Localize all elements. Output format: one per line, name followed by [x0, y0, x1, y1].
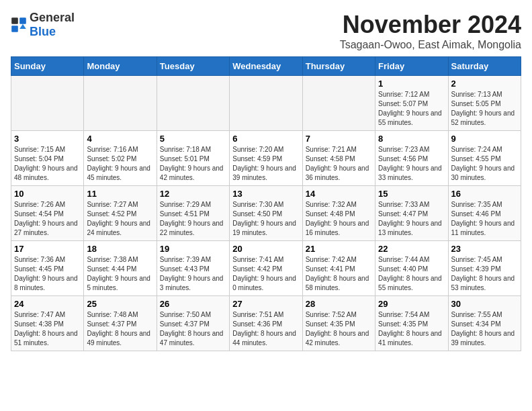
svg-rect-0 [11, 17, 18, 24]
month-title: November 2024 [340, 11, 521, 39]
day-info: Sunrise: 7:20 AM Sunset: 4:59 PM Dayligh… [232, 145, 299, 183]
calendar-cell: 17Sunrise: 7:36 AM Sunset: 4:45 PM Dayli… [11, 241, 84, 296]
day-number: 22 [378, 244, 445, 254]
day-number: 28 [306, 299, 372, 309]
day-number: 19 [160, 244, 226, 254]
logo-general: General [30, 11, 75, 24]
day-number: 14 [306, 189, 372, 199]
calendar-cell: 29Sunrise: 7:54 AM Sunset: 4:35 PM Dayli… [375, 296, 448, 351]
day-number: 3 [14, 134, 81, 144]
calendar-cell: 27Sunrise: 7:51 AM Sunset: 4:36 PM Dayli… [230, 296, 302, 351]
calendar-cell: 19Sunrise: 7:39 AM Sunset: 4:43 PM Dayli… [157, 241, 229, 296]
day-header-thursday: Thursday [302, 57, 375, 76]
calendar-cell: 10Sunrise: 7:26 AM Sunset: 4:54 PM Dayli… [11, 186, 84, 241]
calendar-cell: 22Sunrise: 7:44 AM Sunset: 4:40 PM Dayli… [375, 241, 448, 296]
day-number: 7 [306, 134, 372, 144]
day-number: 8 [378, 134, 445, 144]
day-info: Sunrise: 7:32 AM Sunset: 4:48 PM Dayligh… [306, 200, 372, 238]
calendar-cell: 8Sunrise: 7:23 AM Sunset: 4:56 PM Daylig… [375, 131, 448, 186]
day-info: Sunrise: 7:35 AM Sunset: 4:46 PM Dayligh… [451, 200, 518, 238]
day-number: 5 [160, 134, 226, 144]
calendar-cell: 21Sunrise: 7:42 AM Sunset: 4:41 PM Dayli… [302, 241, 375, 296]
calendar-cell: 16Sunrise: 7:35 AM Sunset: 4:46 PM Dayli… [448, 186, 521, 241]
day-info: Sunrise: 7:30 AM Sunset: 4:50 PM Dayligh… [232, 200, 299, 238]
calendar-cell: 5Sunrise: 7:18 AM Sunset: 5:01 PM Daylig… [157, 131, 229, 186]
day-number: 13 [232, 189, 299, 199]
calendar-cell: 24Sunrise: 7:47 AM Sunset: 4:38 PM Dayli… [11, 296, 84, 351]
svg-marker-3 [19, 24, 26, 29]
day-number: 27 [232, 299, 299, 309]
day-info: Sunrise: 7:33 AM Sunset: 4:47 PM Dayligh… [378, 200, 445, 238]
day-info: Sunrise: 7:24 AM Sunset: 4:55 PM Dayligh… [451, 145, 518, 183]
logo-blue: Blue [30, 25, 56, 38]
calendar-cell: 3Sunrise: 7:15 AM Sunset: 5:04 PM Daylig… [11, 131, 84, 186]
day-info: Sunrise: 7:26 AM Sunset: 4:54 PM Dayligh… [14, 200, 81, 238]
calendar-cell: 25Sunrise: 7:48 AM Sunset: 4:37 PM Dayli… [84, 296, 157, 351]
day-info: Sunrise: 7:41 AM Sunset: 4:42 PM Dayligh… [232, 255, 299, 293]
day-number: 2 [451, 79, 518, 89]
day-header-monday: Monday [84, 57, 157, 76]
day-number: 30 [451, 299, 518, 309]
day-info: Sunrise: 7:48 AM Sunset: 4:37 PM Dayligh… [87, 310, 153, 348]
day-number: 12 [160, 189, 226, 199]
day-number: 15 [378, 189, 445, 199]
day-number: 20 [232, 244, 299, 254]
day-info: Sunrise: 7:45 AM Sunset: 4:39 PM Dayligh… [451, 255, 518, 293]
day-info: Sunrise: 7:42 AM Sunset: 4:41 PM Dayligh… [306, 255, 372, 293]
calendar-cell: 30Sunrise: 7:55 AM Sunset: 4:34 PM Dayli… [448, 296, 521, 351]
day-number: 24 [14, 299, 81, 309]
day-header-sunday: Sunday [11, 57, 84, 76]
calendar-cell: 26Sunrise: 7:50 AM Sunset: 4:37 PM Dayli… [157, 296, 229, 351]
calendar-cell: 11Sunrise: 7:27 AM Sunset: 4:52 PM Dayli… [84, 186, 157, 241]
day-header-wednesday: Wednesday [230, 57, 302, 76]
day-info: Sunrise: 7:54 AM Sunset: 4:35 PM Dayligh… [378, 310, 445, 348]
day-info: Sunrise: 7:16 AM Sunset: 5:02 PM Dayligh… [87, 145, 153, 183]
calendar-cell [230, 76, 302, 131]
day-info: Sunrise: 7:29 AM Sunset: 4:51 PM Dayligh… [160, 200, 226, 238]
logo-icon [11, 17, 27, 33]
calendar-cell: 28Sunrise: 7:52 AM Sunset: 4:35 PM Dayli… [302, 296, 375, 351]
day-number: 26 [160, 299, 226, 309]
day-info: Sunrise: 7:38 AM Sunset: 4:44 PM Dayligh… [87, 255, 153, 293]
calendar-cell: 2Sunrise: 7:13 AM Sunset: 5:05 PM Daylig… [448, 76, 521, 131]
day-info: Sunrise: 7:55 AM Sunset: 4:34 PM Dayligh… [451, 310, 518, 348]
day-info: Sunrise: 7:13 AM Sunset: 5:05 PM Dayligh… [451, 90, 518, 128]
day-info: Sunrise: 7:21 AM Sunset: 4:58 PM Dayligh… [306, 145, 372, 183]
day-number: 4 [87, 134, 153, 144]
day-info: Sunrise: 7:39 AM Sunset: 4:43 PM Dayligh… [160, 255, 226, 293]
day-number: 1 [378, 79, 445, 89]
calendar-cell: 9Sunrise: 7:24 AM Sunset: 4:55 PM Daylig… [448, 131, 521, 186]
calendar-cell: 6Sunrise: 7:20 AM Sunset: 4:59 PM Daylig… [230, 131, 302, 186]
day-info: Sunrise: 7:23 AM Sunset: 4:56 PM Dayligh… [378, 145, 445, 183]
day-info: Sunrise: 7:51 AM Sunset: 4:36 PM Dayligh… [232, 310, 299, 348]
day-info: Sunrise: 7:12 AM Sunset: 5:07 PM Dayligh… [378, 90, 445, 128]
day-number: 18 [87, 244, 153, 254]
day-number: 11 [87, 189, 153, 199]
calendar-cell: 15Sunrise: 7:33 AM Sunset: 4:47 PM Dayli… [375, 186, 448, 241]
calendar-cell [157, 76, 229, 131]
day-number: 29 [378, 299, 445, 309]
day-header-saturday: Saturday [448, 57, 521, 76]
calendar-cell: 12Sunrise: 7:29 AM Sunset: 4:51 PM Dayli… [157, 186, 229, 241]
day-info: Sunrise: 7:15 AM Sunset: 5:04 PM Dayligh… [14, 145, 81, 183]
day-number: 10 [14, 189, 81, 199]
svg-rect-2 [11, 26, 18, 32]
day-info: Sunrise: 7:36 AM Sunset: 4:45 PM Dayligh… [14, 255, 81, 293]
calendar-cell: 14Sunrise: 7:32 AM Sunset: 4:48 PM Dayli… [302, 186, 375, 241]
calendar-cell: 7Sunrise: 7:21 AM Sunset: 4:58 PM Daylig… [302, 131, 375, 186]
calendar-cell [11, 76, 84, 131]
day-number: 25 [87, 299, 153, 309]
day-number: 23 [451, 244, 518, 254]
day-number: 6 [232, 134, 299, 144]
day-info: Sunrise: 7:18 AM Sunset: 5:01 PM Dayligh… [160, 145, 226, 183]
calendar-cell: 1Sunrise: 7:12 AM Sunset: 5:07 PM Daylig… [375, 76, 448, 131]
day-number: 17 [14, 244, 81, 254]
logo: General Blue [11, 11, 75, 39]
day-number: 21 [306, 244, 372, 254]
day-header-tuesday: Tuesday [157, 57, 229, 76]
day-info: Sunrise: 7:52 AM Sunset: 4:35 PM Dayligh… [306, 310, 372, 348]
calendar-cell: 4Sunrise: 7:16 AM Sunset: 5:02 PM Daylig… [84, 131, 157, 186]
calendar-cell: 23Sunrise: 7:45 AM Sunset: 4:39 PM Dayli… [448, 241, 521, 296]
calendar-cell: 20Sunrise: 7:41 AM Sunset: 4:42 PM Dayli… [230, 241, 302, 296]
day-header-friday: Friday [375, 57, 448, 76]
